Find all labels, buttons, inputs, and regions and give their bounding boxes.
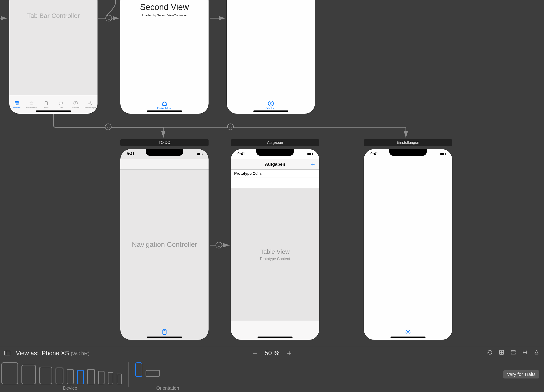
pin-icon[interactable]: [522, 349, 528, 357]
device-bar: View as: iPhone XS (wC hR) − 50 % +: [0, 347, 544, 392]
tab-label: Chat: [59, 107, 63, 109]
second-view-subtitle: Loaded by SecondViewController: [120, 13, 208, 17]
euro-icon: €: [72, 101, 79, 106]
second-view-title: Second View: [120, 2, 208, 12]
home-indicator: [36, 110, 71, 112]
clipboard-icon: [161, 329, 168, 335]
add-button[interactable]: +: [311, 160, 315, 168]
align-icon[interactable]: [510, 349, 516, 357]
zoom-in-button[interactable]: +: [287, 349, 292, 358]
device-iphone-plus[interactable]: [87, 369, 95, 384]
prototype-cells-header: Prototype Cells: [231, 170, 319, 178]
tab-label: Schulden: [72, 107, 79, 109]
home-indicator: [258, 337, 293, 338]
orientation-landscape[interactable]: [146, 370, 160, 377]
embed-icon[interactable]: [498, 349, 505, 357]
tab-schulden-single[interactable]: € Schulden: [266, 100, 276, 110]
tab-einkaufsliste[interactable]: Einkaufsliste: [24, 95, 39, 110]
svg-text:18: 18: [16, 103, 18, 105]
storyboard-canvas[interactable]: ◡ ◡ ◡ ◡ Tab Bar Controller 18 Kalender E…: [0, 0, 544, 392]
euro-icon: €: [267, 100, 274, 106]
tab-schulden[interactable]: € Schulden: [68, 95, 83, 110]
device-label: Device: [63, 386, 77, 391]
separator: [128, 362, 129, 387]
tab-label: Einkaufsliste: [157, 107, 172, 110]
tab-einkaufsliste-single[interactable]: Einkaufsliste: [157, 100, 172, 110]
vary-for-traits-button[interactable]: Vary for Traits: [503, 370, 539, 379]
second-view-content: Second View Loaded by SecondViewControll…: [120, 2, 208, 17]
status-time: 9:41: [370, 152, 378, 156]
device-picker: [1, 362, 122, 384]
home-indicator: [147, 110, 182, 112]
tab-label: TO DO: [43, 107, 49, 109]
toggle-panel-button[interactable]: [4, 351, 10, 355]
scene-header-einstellungen[interactable]: Einstellungen: [364, 139, 452, 146]
zoom-controls: − 50 % +: [252, 349, 292, 358]
tab-todo[interactable]: TO DO: [39, 95, 53, 110]
device-ipad-small[interactable]: [39, 367, 52, 384]
tab-chat[interactable]: Chat: [53, 95, 68, 110]
chat-icon: [58, 101, 64, 106]
tab-label: Einstellungen: [84, 107, 96, 109]
scene-second-view[interactable]: Second View Loaded by SecondViewControll…: [120, 0, 208, 114]
tab-label: Einkaufsliste: [26, 107, 37, 109]
svg-rect-18: [511, 351, 515, 352]
table-view-title: Table View: [260, 248, 290, 255]
device-ipad-medium[interactable]: [21, 365, 36, 384]
table-view-placeholder: Table View Prototype Content: [231, 188, 319, 321]
nav-bar: Aufgaben +: [231, 159, 319, 170]
battery-icon: [197, 153, 202, 155]
segue-badge[interactable]: ◡: [106, 15, 112, 21]
orientation-portrait[interactable]: [135, 362, 142, 377]
scene-header-aufgaben[interactable]: Aufgaben: [231, 139, 319, 146]
battery-icon: [440, 153, 446, 155]
tab-kalender[interactable]: 18 Kalender: [9, 95, 24, 110]
nav-title: Aufgaben: [265, 162, 285, 167]
orientation-label: Orientation: [156, 386, 179, 391]
gear-icon: [404, 329, 412, 335]
clipboard-icon: [43, 101, 49, 106]
device-iphone-se[interactable]: [108, 372, 113, 384]
tab-label: Kalender: [13, 107, 20, 109]
device-iphone-max[interactable]: [55, 368, 64, 384]
svg-text:€: €: [75, 102, 76, 105]
scene-header-todo[interactable]: TO DO: [120, 139, 208, 146]
status-time: 9:41: [237, 152, 245, 156]
scene-einstellungen[interactable]: 9:41: [364, 149, 452, 340]
device-iphone-xr[interactable]: [67, 369, 74, 384]
notch: [146, 149, 183, 156]
device-iphone-8[interactable]: [98, 371, 105, 384]
segue-badge[interactable]: ◡: [216, 242, 222, 248]
scene-navigation-controller[interactable]: 9:41 Navigation Controller: [120, 149, 208, 340]
refresh-icon[interactable]: [487, 349, 493, 357]
scene-table-view[interactable]: 9:41 Aufgaben + Prototype Cells Table Vi…: [231, 149, 319, 340]
zoom-out-button[interactable]: −: [252, 349, 257, 358]
tab-einstellungen[interactable]: Einstellungen: [83, 95, 98, 110]
prototype-cell-row[interactable]: [231, 178, 319, 188]
scene-schulden[interactable]: € Schulden: [227, 0, 315, 114]
scene-tabbarcontroller[interactable]: Tab Bar Controller 18 Kalender Einkaufsl…: [9, 0, 98, 114]
calendar-icon: 18: [14, 101, 20, 106]
notch: [256, 149, 294, 156]
svg-text:€: €: [270, 102, 272, 105]
segue-badge[interactable]: ◡: [105, 124, 112, 130]
device-iphone-4s[interactable]: [117, 374, 122, 384]
home-indicator: [390, 337, 426, 338]
device-ipad-large[interactable]: [1, 362, 18, 384]
svg-point-16: [407, 331, 409, 333]
status-time: 9:41: [127, 152, 134, 156]
tab-einstellungen-single[interactable]: [404, 329, 412, 335]
svg-rect-19: [511, 353, 515, 354]
zoom-level: 50 %: [265, 349, 279, 357]
notch: [389, 149, 427, 156]
view-as-label[interactable]: View as: iPhone XS (wC hR): [16, 350, 89, 357]
tab-todo-single[interactable]: [161, 329, 168, 335]
basket-icon: [29, 101, 35, 106]
segue-badge[interactable]: ◡: [227, 124, 234, 130]
svg-point-11: [89, 103, 91, 104]
basket-icon: [161, 100, 168, 106]
orientation-picker: [135, 362, 160, 377]
resolve-icon[interactable]: [533, 349, 540, 357]
device-iphone-xs[interactable]: [77, 370, 84, 384]
home-indicator: [147, 337, 182, 338]
